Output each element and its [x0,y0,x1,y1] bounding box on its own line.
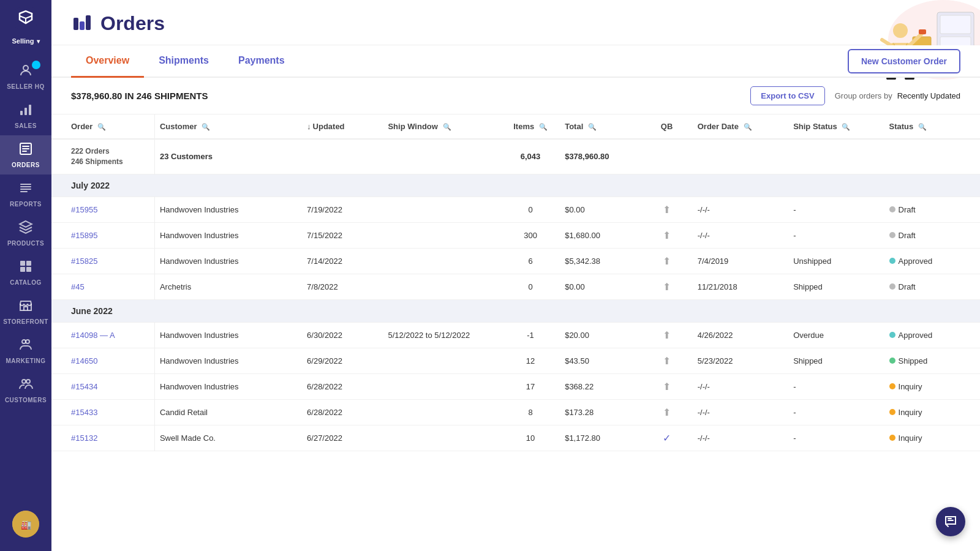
table-row: #15895 Handwoven Industries 7/15/2022 30… [51,222,980,248]
customer-cell: Handwoven Industries [154,222,302,248]
table-header-row: Order 🔍 Customer 🔍 ↓Updated Ship Window … [51,114,980,139]
qb-upload-icon[interactable]: ⬆ [663,256,671,266]
customer-cell: Candid Retail [154,399,302,425]
updated-cell: 6/28/2022 [302,399,383,425]
summary-total-cell: $378,960.80 [560,139,641,174]
order-link[interactable]: #15955 [71,205,97,214]
qb-upload-icon[interactable]: ⬆ [663,330,671,340]
sidebar-item-marketing[interactable]: MARKETING [0,331,51,370]
new-customer-order-button[interactable]: New Customer Order [848,49,960,73]
order-link[interactable]: #45 [71,282,85,291]
table-row: #45 Archetris 7/8/2022 0 $0.00 ⬆ 11/21/2… [51,274,980,299]
total-cell: $0.00 [560,197,641,222]
search-icon[interactable]: 🔍 [588,123,597,130]
group-by-label: Group orders by [835,91,892,100]
col-header-ship-status: Ship Status 🔍 [788,114,884,139]
order-link[interactable]: #15433 [71,408,97,417]
total-cell: $5,342.38 [560,248,641,274]
qb-cell: ⬆ [641,222,693,248]
sidebar-item-catalog[interactable]: CATALOG [0,253,51,292]
qb-upload-icon[interactable]: ⬆ [663,356,671,366]
status-cell: Inquiry [884,425,980,451]
qb-upload-icon[interactable]: ⬆ [663,407,671,418]
order-link[interactable]: #15825 [71,257,97,266]
updated-cell: 7/14/2022 [302,248,383,274]
search-icon[interactable]: 🔍 [918,123,927,130]
orders-table: Order 🔍 Customer 🔍 ↓Updated Ship Window … [51,114,980,451]
orders-header-icon [71,13,93,35]
sidebar-item-orders[interactable]: ORDERS [0,135,51,174]
search-icon[interactable]: 🔍 [744,123,752,130]
qb-upload-icon[interactable]: ⬆ [663,381,671,392]
sidebar-item-label: STOREFRONT [3,318,48,325]
order-link[interactable]: #15895 [71,231,97,240]
summary-items-cell: 6,043 [501,139,560,174]
ship-window-cell [383,274,501,299]
order-link[interactable]: #15434 [71,382,97,391]
svg-rect-7 [26,261,31,266]
items-cell: -1 [501,322,560,348]
search-icon[interactable]: 🔍 [443,123,451,130]
sidebar-item-seller-hq[interactable]: SELLER HQ [0,57,51,96]
table-row: #15433 Candid Retail 6/28/2022 8 $173.28… [51,399,980,425]
ship-status-cell: Shipped [788,348,884,373]
catalog-icon [18,259,33,277]
status-dot [889,409,895,415]
sidebar-item-storefront[interactable]: STOREFRONT [0,292,51,331]
updated-cell: 6/30/2022 [302,322,383,348]
summary-text: $378,960.80 IN 246 SHIPMENTS [71,91,750,101]
status-dot [889,358,895,364]
summary-qb-cell [641,139,693,174]
items-cell: 0 [501,274,560,299]
sidebar-item-label: CUSTOMERS [5,397,47,403]
qb-upload-icon[interactable]: ⬆ [663,230,671,241]
qb-cell: ⬆ [641,197,693,222]
order-number-cell: #15895 [51,222,154,248]
sidebar-item-label: ORDERS [12,162,40,168]
chat-widget[interactable] [936,507,965,536]
order-link[interactable]: #14098 — A [71,331,115,340]
sidebar-item-label: SALES [15,122,37,129]
updated-cell: 6/28/2022 [302,373,383,399]
status-cell: Shipped [884,348,980,373]
svg-point-11 [26,340,29,343]
qb-cell: ✓ [641,425,693,451]
order-link[interactable]: #15132 [71,433,97,443]
user-avatar[interactable]: 🏭 [12,511,39,538]
sidebar-item-products[interactable]: PRODUCTS [0,214,51,253]
tab-payments[interactable]: Payments [224,45,300,78]
group-header-row: July 2022 [51,174,980,197]
search-icon[interactable]: 🔍 [842,123,850,130]
sidebar-item-customers[interactable]: CUSTOMERS [0,370,51,410]
page-title: Orders [100,12,165,35]
items-cell: 300 [501,222,560,248]
table-row: #15955 Handwoven Industries 7/19/2022 0 … [51,197,980,222]
summary-orders-cell: 222 Orders 246 Shipments [51,139,154,174]
ship-window-cell [383,373,501,399]
status-dot [889,332,895,338]
order-link[interactable]: #14650 [71,356,97,365]
updated-cell: 7/15/2022 [302,222,383,248]
selling-dropdown[interactable]: Selling ▾ [12,37,39,45]
search-icon[interactable]: 🔍 [539,123,548,130]
sort-icon[interactable]: ↓ [307,122,311,131]
tab-overview[interactable]: Overview [71,45,144,78]
search-icon[interactable]: 🔍 [202,123,210,130]
summary-order-date-cell [693,139,788,174]
brand-logo[interactable] [15,7,37,32]
svg-point-25 [893,23,908,38]
updated-cell: 7/8/2022 [302,274,383,299]
sidebar-item-reports[interactable]: REPORTS [0,174,51,214]
order-date-cell: -/-/- [693,425,788,451]
qb-upload-icon[interactable]: ⬆ [663,204,671,215]
tab-shipments[interactable]: Shipments [144,45,224,78]
summary-status-cell [884,139,980,174]
status-cell: Draft [884,222,980,248]
export-csv-button[interactable]: Export to CSV [750,86,824,105]
svg-rect-6 [20,261,25,266]
search-icon[interactable]: 🔍 [97,123,106,130]
qb-upload-icon[interactable]: ⬆ [663,282,671,292]
total-cell: $1,680.00 [560,222,641,248]
sidebar-item-sales[interactable]: SALES [0,96,51,135]
group-header-row: June 2022 [51,299,980,322]
